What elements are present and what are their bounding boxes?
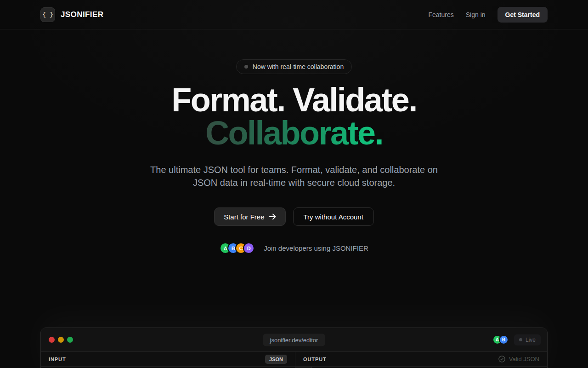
hero-section: Now with real-time collaboration Format.… xyxy=(0,29,588,254)
avatar-stack: A B C D xyxy=(220,242,254,254)
brand-logo-glyph: { } xyxy=(42,11,53,18)
pulse-dot-icon xyxy=(244,65,248,69)
nav-link-signin[interactable]: Sign in xyxy=(466,11,486,18)
start-free-label: Start for Free xyxy=(224,213,264,221)
minimize-window-icon[interactable] xyxy=(58,337,64,343)
social-proof-row: A B C D Join developers using JSONIFIER xyxy=(220,242,368,254)
live-dot-icon xyxy=(519,338,522,341)
social-proof-text: Join developers using JSONIFIER xyxy=(264,244,368,252)
output-panel-title: OUTPUT xyxy=(303,356,327,362)
collaborator-avatars: A B xyxy=(492,335,509,345)
try-without-account-label: Try without Account xyxy=(304,213,363,221)
brand[interactable]: { } JSONIFIER xyxy=(40,7,103,22)
live-label: Live xyxy=(526,337,536,343)
zoom-window-icon[interactable] xyxy=(67,337,73,343)
cta-row: Start for Free Try without Account xyxy=(214,207,374,226)
validation-status: Valid JSON xyxy=(498,356,539,362)
address-bar[interactable]: jsonifier.dev/editor xyxy=(263,334,325,346)
arrow-right-icon xyxy=(269,213,276,220)
input-panel-title: INPUT xyxy=(49,356,66,362)
traffic-lights xyxy=(49,337,73,343)
collaborator-avatar: B xyxy=(499,335,509,345)
brand-logo-icon: { } xyxy=(40,7,55,22)
live-status-badge: Live xyxy=(514,334,541,345)
nav-links: Features Sign in Get Started xyxy=(428,7,548,23)
output-panel-header: OUTPUT Valid JSON xyxy=(295,352,547,367)
close-window-icon[interactable] xyxy=(49,337,55,343)
check-circle-icon xyxy=(498,356,505,362)
headline-line-1: Format. Validate. xyxy=(171,83,417,116)
input-panel: INPUT JSON xyxy=(41,352,295,368)
get-started-button[interactable]: Get Started xyxy=(498,7,548,23)
input-panel-header: INPUT JSON xyxy=(41,352,295,367)
page-title: Format. Validate. Collaborate. xyxy=(171,83,417,150)
hero-subtitle: The ultimate JSON tool for teams. Format… xyxy=(150,163,438,189)
top-nav: { } JSONIFIER Features Sign in Get Start… xyxy=(0,0,588,29)
json-format-badge[interactable]: JSON xyxy=(265,355,287,364)
titlebar-right: A B Live xyxy=(492,334,541,345)
try-without-account-button[interactable]: Try without Account xyxy=(293,207,374,226)
output-panel: OUTPUT Valid JSON xyxy=(295,352,547,368)
avatar: D xyxy=(243,242,254,254)
announcement-badge[interactable]: Now with real-time collaboration xyxy=(236,59,352,74)
brand-name: JSONIFIER xyxy=(61,10,103,19)
validation-status-label: Valid JSON xyxy=(509,356,539,362)
editor-panels: INPUT JSON OUTPUT Valid JSON xyxy=(41,352,547,368)
start-free-button[interactable]: Start for Free xyxy=(214,207,285,226)
announcement-text: Now with real-time collaboration xyxy=(253,63,344,70)
subtitle-line-1: The ultimate JSON tool for teams. Format… xyxy=(150,165,438,175)
editor-window-preview: jsonifier.dev/editor A B Live INPUT JSON… xyxy=(40,328,548,368)
headline-line-2: Collaborate. xyxy=(171,116,417,150)
subtitle-line-2: JSON data in real-time with secure cloud… xyxy=(193,178,395,188)
nav-link-features[interactable]: Features xyxy=(428,11,453,18)
window-titlebar: jsonifier.dev/editor A B Live xyxy=(41,328,547,352)
